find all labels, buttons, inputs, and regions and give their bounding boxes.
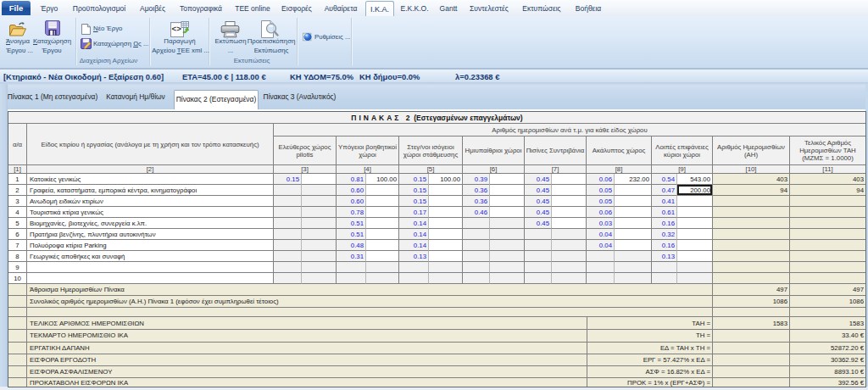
svg-text:<>: <> — [172, 25, 182, 34]
